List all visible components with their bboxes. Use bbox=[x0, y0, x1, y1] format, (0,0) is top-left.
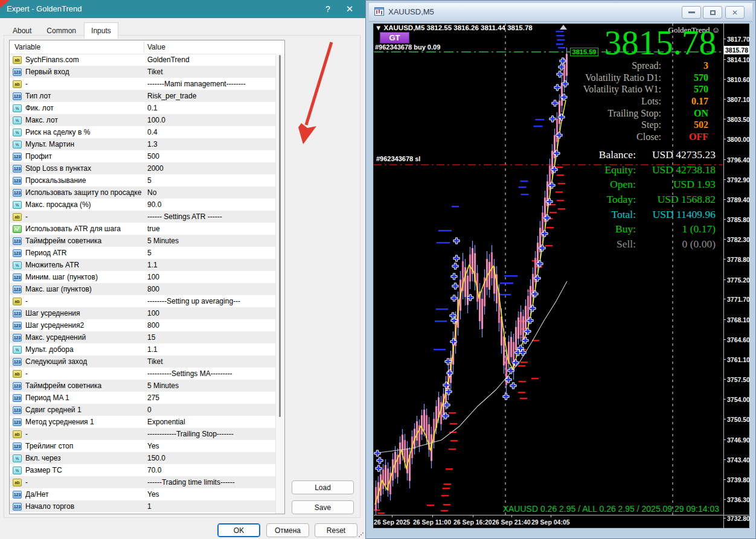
param-value[interactable]: 5 bbox=[147, 176, 152, 185]
param-value[interactable]: 100.0 bbox=[147, 116, 165, 124]
chart-window-titlebar[interactable]: XAUUSD,M5 ✕ bbox=[369, 3, 752, 22]
dialog-resize-grip[interactable] bbox=[359, 532, 364, 537]
param-row[interactable]: ½Вкл. через150.0 bbox=[10, 452, 277, 464]
param-value[interactable]: 1.3 bbox=[147, 140, 158, 148]
param-row[interactable]: ½Риск на сделку в %0.4 bbox=[10, 126, 277, 138]
param-row[interactable]: ½Макс. лот100.0 bbox=[10, 114, 277, 126]
param-value[interactable]: 1.1 bbox=[147, 345, 158, 354]
param-row[interactable]: 123Тип лотRisk_per_trade bbox=[10, 90, 277, 102]
param-row[interactable]: ab-----------Settings MA--------- bbox=[10, 368, 277, 380]
param-row[interactable]: ½Фик. лот0.1 bbox=[10, 102, 277, 114]
param-value[interactable]: ------------Trailing Stop------- bbox=[147, 430, 234, 438]
param-row[interactable]: 123Да/НетYes bbox=[10, 488, 277, 500]
minimize-button[interactable] bbox=[682, 6, 701, 19]
scrollbar-thumb[interactable] bbox=[279, 55, 281, 417]
param-value[interactable]: Yes bbox=[147, 442, 159, 450]
param-value[interactable]: 100 bbox=[147, 309, 159, 317]
param-row[interactable]: 123Макс. усреднений15 bbox=[10, 331, 277, 343]
gt-expert-button[interactable]: GT bbox=[380, 32, 409, 43]
save-button[interactable]: Save bbox=[292, 500, 354, 514]
param-row[interactable]: ab-------Trading time limits------ bbox=[10, 476, 277, 488]
param-row[interactable]: 123Сдвиг средней 10 bbox=[10, 404, 277, 416]
param-value[interactable]: 275 bbox=[147, 394, 159, 402]
param-row[interactable]: 123Макс. шаг (пунктов)800 bbox=[10, 283, 277, 295]
param-value[interactable]: Risk_per_trade bbox=[147, 92, 196, 100]
param-value[interactable]: 100 bbox=[147, 273, 159, 281]
param-row[interactable]: ab---------Setting up averaging--- bbox=[10, 295, 277, 307]
param-value[interactable]: 0.4 bbox=[147, 128, 158, 136]
load-button[interactable]: Load bbox=[292, 480, 354, 494]
param-row[interactable]: 123Таймфрейм советника5 Minutes bbox=[10, 380, 277, 392]
param-value[interactable]: 70.0 bbox=[147, 466, 161, 474]
param-value[interactable]: 15 bbox=[147, 333, 155, 342]
param-row[interactable]: 123Таймфрейм советника5 Minutes bbox=[10, 235, 277, 247]
param-row[interactable]: ab--------Mami management-------- bbox=[10, 78, 277, 90]
param-value[interactable]: 800 bbox=[147, 285, 159, 293]
param-value[interactable]: true bbox=[147, 225, 160, 233]
param-type-int-icon: 123 bbox=[13, 382, 22, 390]
param-row[interactable]: ab------- Settings ATR ------ bbox=[10, 211, 277, 223]
param-row[interactable]: ½Мульт. добора1.1 bbox=[10, 343, 277, 356]
param-value[interactable]: Yes bbox=[147, 490, 159, 499]
param-value[interactable]: 800 bbox=[147, 321, 159, 330]
param-value[interactable]: 1 bbox=[147, 502, 152, 511]
help-button[interactable]: ? bbox=[319, 0, 336, 18]
param-row[interactable]: 123Период MA 1275 bbox=[10, 392, 277, 404]
param-row[interactable]: ½Мульт. Мартин1.3 bbox=[10, 138, 277, 150]
param-row[interactable]: abSychFinans.comGoldenTrend bbox=[10, 54, 277, 66]
dialog-titlebar[interactable]: Expert - GoldenTrend ? ✕ bbox=[0, 0, 365, 18]
param-row[interactable]: 123Миним. шаг (пунктов)100 bbox=[10, 271, 277, 283]
param-row[interactable]: 123Первый входTiket bbox=[10, 66, 277, 78]
param-value[interactable]: 150.0 bbox=[147, 454, 165, 462]
info-label: Trailing Stop: bbox=[607, 108, 661, 119]
chart-close-button[interactable]: ✕ bbox=[725, 6, 745, 19]
tab-inputs[interactable]: Inputs bbox=[84, 22, 118, 39]
param-value[interactable]: -------Mami management-------- bbox=[147, 80, 246, 88]
param-value[interactable]: 90.0 bbox=[147, 200, 161, 209]
inputs-tab-page: Variable Value abSychFinans.comGoldenTre… bbox=[4, 35, 360, 518]
param-value[interactable]: ----------Settings MA--------- bbox=[147, 369, 232, 378]
close-button[interactable]: ✕ bbox=[341, 0, 358, 18]
param-row[interactable]: 123Профит500 bbox=[10, 150, 277, 162]
param-value[interactable]: 5 Minutes bbox=[147, 381, 179, 390]
reset-button[interactable]: Reset bbox=[315, 523, 357, 537]
param-value[interactable]: 2000 bbox=[147, 164, 164, 173]
param-value[interactable]: Exponential bbox=[147, 418, 185, 426]
param-value[interactable]: 1.1 bbox=[147, 261, 158, 269]
param-row[interactable]: 123Использовать защиту по просадкеNo bbox=[10, 187, 277, 199]
price-axis[interactable]: 3817.703814.103810.603807.103803.503800.… bbox=[723, 24, 749, 528]
param-value[interactable]: --------Setting up averaging--- bbox=[147, 297, 240, 305]
param-value[interactable]: ------Trading time limits------ bbox=[147, 478, 235, 486]
param-row[interactable]: 123Трейлинг стопYes bbox=[10, 440, 277, 452]
param-row[interactable]: 123Шаг усреднения2800 bbox=[10, 319, 277, 331]
restore-button[interactable] bbox=[703, 6, 722, 19]
param-value[interactable]: 500 bbox=[147, 152, 159, 161]
param-row[interactable]: 123Начало торгов1 bbox=[10, 500, 277, 512]
param-value[interactable]: Tiket bbox=[147, 357, 163, 366]
table-scrollbar[interactable] bbox=[275, 54, 284, 514]
param-row[interactable]: ab-------------Trailing Stop------- bbox=[10, 428, 277, 440]
param-value[interactable]: GoldenTrend bbox=[147, 56, 190, 64]
param-value[interactable]: ------ Settings ATR ------ bbox=[147, 212, 222, 221]
param-row[interactable]: 123Период ATR5 bbox=[10, 247, 277, 259]
time-axis[interactable]: 26 Sep 202526 Sep 11:0026 Sep 16:2026 Se… bbox=[374, 515, 749, 529]
param-value[interactable]: Tiket bbox=[147, 68, 163, 76]
param-row[interactable]: 123Проскальзывание5 bbox=[10, 174, 277, 187]
param-value[interactable]: No bbox=[147, 188, 156, 197]
param-row[interactable]: 123Шаг усреднения100 bbox=[10, 307, 277, 319]
ok-button[interactable]: OK bbox=[217, 523, 260, 537]
param-row[interactable]: Использовать ATR для шагаtrue bbox=[10, 223, 277, 235]
cancel-button[interactable]: Отмена bbox=[266, 523, 309, 537]
param-value[interactable]: 5 bbox=[147, 249, 152, 257]
param-value[interactable]: 0.1 bbox=[147, 104, 158, 112]
param-row[interactable]: ½Множитель ATR1.1 bbox=[10, 259, 277, 271]
param-value[interactable]: 0 bbox=[147, 406, 152, 414]
param-value[interactable]: 5 Minutes bbox=[147, 237, 179, 245]
param-row[interactable]: ½Размер ТС70.0 bbox=[10, 464, 277, 476]
param-type-dbl-icon: ½ bbox=[13, 104, 22, 112]
param-row[interactable]: ½Макс. просадка (%)90.0 bbox=[10, 199, 277, 211]
param-row[interactable]: 123Следующий заходTiket bbox=[10, 356, 277, 368]
chart-plot[interactable]: ▼ XAUUSD,M5 3812.55 3816.26 3811.44 3815… bbox=[374, 24, 723, 515]
param-row[interactable]: 123Stop Loss в пунктах2000 bbox=[10, 162, 277, 174]
param-row[interactable]: 123Метод усреднения 1Exponential bbox=[10, 416, 277, 428]
